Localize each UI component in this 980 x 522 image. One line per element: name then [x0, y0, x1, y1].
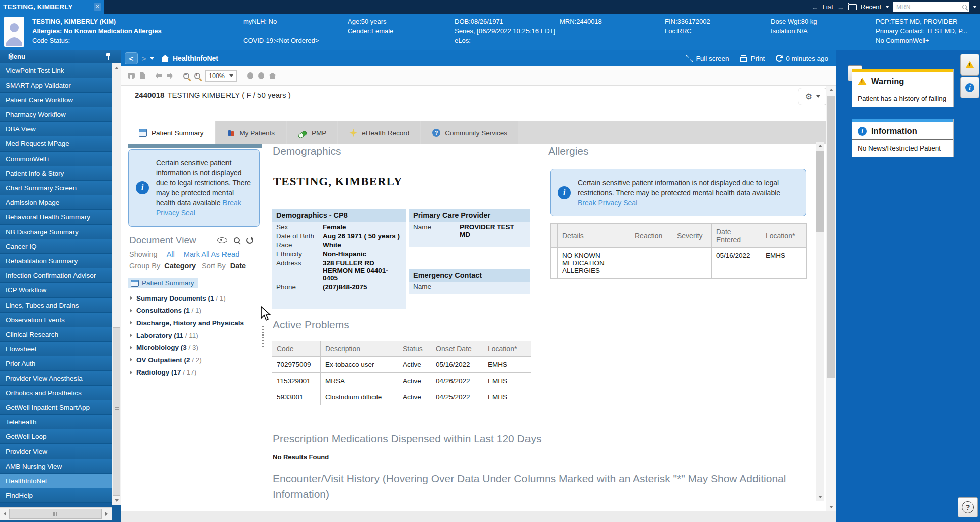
list-label[interactable]: List: [823, 3, 833, 11]
sidebar-item[interactable]: Behavioral Health Summary: [0, 210, 112, 225]
scrollbar-thumb[interactable]: [9, 509, 102, 519]
expand-icon[interactable]: [130, 370, 132, 375]
expand-icon[interactable]: [130, 358, 132, 362]
full-screen-button[interactable]: Full screen: [686, 55, 729, 62]
print-button[interactable]: Print: [740, 55, 765, 62]
find-icon[interactable]: [128, 73, 135, 79]
sidebar-item[interactable]: AMB Nursing View: [0, 459, 112, 474]
break-privacy-seal-link[interactable]: Break Privacy Seal: [578, 199, 637, 207]
home-icon[interactable]: [161, 55, 169, 62]
sidebar-item[interactable]: Admission Mpage: [0, 195, 112, 210]
search-icon[interactable]: [962, 5, 967, 9]
recent-chevron-down-icon[interactable]: [885, 6, 889, 8]
tree-category-row[interactable]: Radiology (17 / 17): [128, 366, 259, 379]
sidebar-item[interactable]: Cancer IQ: [0, 239, 112, 254]
tree-category-row[interactable]: Consultations (1 / 1): [128, 305, 259, 317]
zoom-level-select[interactable]: 100%: [205, 70, 237, 82]
sidebar-item[interactable]: ICP Workflow: [0, 283, 112, 297]
tree-category-row[interactable]: Microbiology (3 / 3): [128, 341, 259, 354]
sidebar-horizontal-scrollbar[interactable]: [0, 507, 112, 520]
search-input[interactable]: [895, 3, 962, 11]
tool-home-icon[interactable]: [269, 73, 276, 79]
sidebar-item[interactable]: HealthInfoNet: [0, 474, 112, 488]
patient-chart-tab[interactable]: TESTING, KIMBERLY ×: [0, 0, 104, 14]
search-chevron-down-icon[interactable]: [973, 6, 977, 8]
sidebar-item[interactable]: GetWell Loop: [0, 429, 112, 444]
sidebar-item[interactable]: Chart Summary Screen: [0, 181, 112, 195]
sidebar-item[interactable]: Observation Events: [0, 313, 112, 327]
content-vertical-scrollbar[interactable]: [816, 142, 824, 501]
expand-icon[interactable]: [130, 296, 132, 300]
scroll-down-icon[interactable]: [112, 496, 121, 505]
pin-icon[interactable]: [106, 53, 111, 60]
next-page-icon[interactable]: [167, 73, 173, 79]
scroll-up-icon[interactable]: [112, 63, 121, 72]
help-button[interactable]: ?: [958, 497, 978, 517]
menu-grip-icon[interactable]: [10, 53, 12, 61]
sidebar-item[interactable]: ViewPoint Test Link: [0, 63, 112, 78]
list-prev-icon[interactable]: ←: [812, 3, 819, 11]
zoom-in-icon[interactable]: +: [194, 73, 200, 79]
filter-all-link[interactable]: All: [167, 250, 175, 258]
sidebar-item[interactable]: DBA View: [0, 122, 112, 136]
tab[interactable]: eHealth Record: [338, 121, 420, 144]
sidebar-item[interactable]: Pharmacy Workflow: [0, 107, 112, 122]
sidebar-item[interactable]: CommonWell+: [0, 152, 112, 166]
sidebar-item[interactable]: Orthotics and Prosthetics: [0, 386, 112, 400]
sidebar-item[interactable]: Rehabilitation Summary: [0, 254, 112, 268]
mark-all-read-link[interactable]: Mark All As Read: [184, 250, 239, 258]
sidebar-item[interactable]: Patient Care Workflow: [0, 93, 112, 107]
tree-category-row[interactable]: Summary Documents (1 / 1): [128, 292, 259, 305]
scrollbar-thumb[interactable]: [827, 96, 835, 378]
close-icon[interactable]: ×: [94, 3, 101, 11]
group-by-value[interactable]: Category: [164, 262, 196, 270]
expand-icon[interactable]: [130, 333, 132, 337]
sort-by-value[interactable]: Date: [230, 262, 246, 270]
tree-root-patient-summary[interactable]: Patient Summary: [128, 278, 198, 288]
scroll-right-icon[interactable]: [102, 509, 111, 519]
sidebar-item[interactable]: Lines, Tubes and Drains: [0, 298, 112, 313]
tree-category-row[interactable]: Discharge, History and Physicals: [128, 317, 259, 329]
expand-icon[interactable]: [130, 309, 132, 313]
sidebar-item[interactable]: Prior Auth: [0, 356, 112, 371]
tab[interactable]: PMP: [287, 121, 337, 144]
sidebar-item[interactable]: Infection Confirmation Advisor: [0, 268, 112, 283]
frame-vertical-scrollbar[interactable]: [826, 86, 836, 511]
sidebar-item[interactable]: Med Request MPage: [0, 136, 112, 151]
tree-category-row[interactable]: Laboratory (11 / 11): [128, 329, 259, 342]
previous-page-icon[interactable]: [156, 73, 162, 79]
refresh-icon[interactable]: [246, 237, 253, 244]
sidebar-item[interactable]: Provider View Anesthesia: [0, 371, 112, 386]
forward-button[interactable]: >: [138, 53, 150, 64]
scroll-down-icon[interactable]: [816, 493, 824, 501]
search-icon[interactable]: [234, 237, 240, 243]
document-icon[interactable]: [140, 72, 145, 79]
sidebar-item[interactable]: Flowsheet: [0, 342, 112, 356]
sidebar-item[interactable]: FindHelp: [0, 488, 112, 503]
tree-category-row[interactable]: OV Outpatient (2 / 2): [128, 354, 259, 366]
sidebar-item[interactable]: Patient Info & Story: [0, 166, 112, 181]
expand-icon[interactable]: [130, 321, 132, 325]
expand-icon[interactable]: [130, 346, 132, 350]
eye-icon[interactable]: [217, 237, 227, 243]
sidebar-item[interactable]: Telehealth: [0, 415, 112, 429]
refresh-button[interactable]: 0 minutes ago: [776, 55, 828, 62]
recent-label[interactable]: Recent: [861, 3, 881, 11]
tab[interactable]: Community Services: [421, 121, 518, 144]
sidebar-item[interactable]: SMART App Validator: [0, 78, 112, 93]
patient-search-box[interactable]: [893, 2, 969, 12]
scroll-down-icon[interactable]: [826, 503, 836, 511]
tool-circle-icon[interactable]: [258, 72, 264, 79]
sidebar-item[interactable]: Provider View: [0, 444, 112, 459]
scroll-up-icon[interactable]: [826, 86, 836, 94]
list-next-icon[interactable]: →: [837, 3, 844, 11]
scroll-left-icon[interactable]: [0, 509, 9, 519]
settings-button[interactable]: ⚙: [798, 88, 828, 105]
sidebar-item[interactable]: Clinical Research: [0, 327, 112, 342]
warnings-toggle-button[interactable]: [960, 54, 979, 76]
sidebar-item[interactable]: NB Discharge Summary: [0, 225, 112, 239]
tab[interactable]: My Patients: [216, 121, 286, 144]
nav-chevron-down-icon[interactable]: [150, 57, 154, 60]
scrollbar-thumb[interactable]: [113, 327, 120, 496]
information-toggle-button[interactable]: i: [960, 77, 979, 98]
